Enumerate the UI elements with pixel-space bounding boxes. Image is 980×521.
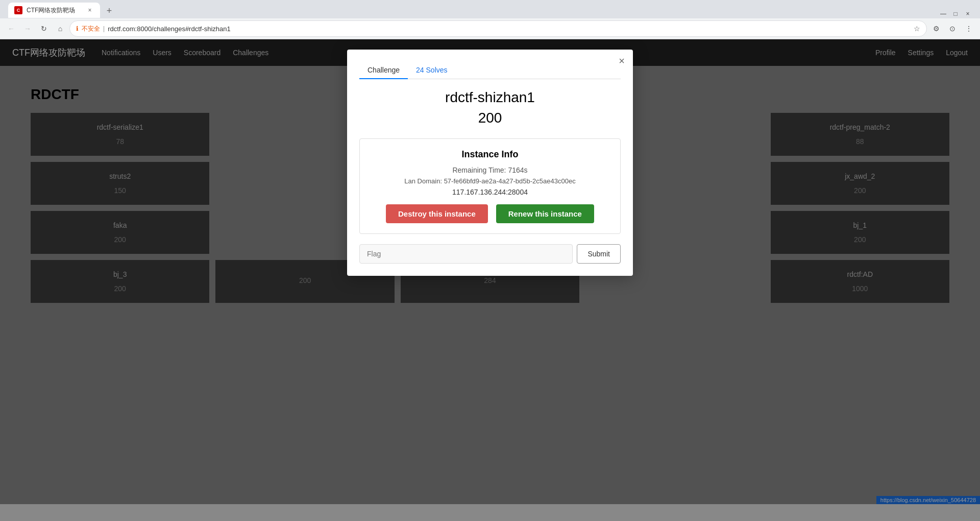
home-button[interactable]: ⌂ — [53, 21, 67, 36]
instance-ip: 117.167.136.244:28004 — [370, 188, 610, 196]
extensions-button[interactable]: ⚙ — [929, 21, 943, 36]
title-bar: C CTF网络攻防靶场 × + — □ × — [0, 0, 980, 18]
profile-button[interactable]: ⊙ — [945, 21, 960, 36]
maximize-button[interactable]: □ — [951, 10, 960, 18]
instance-lan: Lan Domain: 57-fe66bfd9-ae2a-4a27-bd5b-2… — [370, 177, 610, 185]
browser-toolbar: ← → ↻ ⌂ ℹ 不安全 | ☆ ⚙ ⊙ ⋮ — [0, 18, 980, 39]
minimize-button[interactable]: — — [939, 10, 947, 18]
new-tab-button[interactable]: + — [102, 4, 116, 18]
address-bar[interactable]: ℹ 不安全 | ☆ — [69, 20, 927, 37]
tab-close-btn[interactable]: × — [86, 6, 94, 14]
bookmark-icon[interactable]: ☆ — [914, 25, 920, 33]
active-tab[interactable]: C CTF网络攻防靶场 × — [8, 3, 100, 18]
tab-bar: C CTF网络攻防靶场 × + — □ × — [4, 1, 976, 18]
back-button[interactable]: ← — [4, 21, 18, 36]
address-divider: | — [103, 25, 105, 32]
insecure-label: 不安全 — [82, 25, 100, 33]
modal-close-button[interactable]: × — [619, 56, 625, 66]
destroy-instance-button[interactable]: Destroy this instance — [386, 204, 488, 223]
menu-button[interactable]: ⋮ — [962, 21, 976, 36]
challenge-score: 200 — [359, 110, 621, 126]
flag-area: Submit — [359, 244, 621, 264]
toolbar-right: ⚙ ⊙ ⋮ — [929, 21, 976, 36]
tab-challenge[interactable]: Challenge — [359, 62, 408, 79]
modal: × Challenge 24 Solves rdctf-shizhan1 200… — [347, 50, 633, 276]
flag-input[interactable] — [359, 244, 573, 264]
tab-favicon: C — [14, 6, 22, 14]
app-container: CTF网络攻防靶场 Notifications Users Scoreboard… — [0, 39, 980, 504]
modal-tabs: Challenge 24 Solves — [359, 62, 621, 79]
instance-buttons: Destroy this instance Renew this instanc… — [370, 204, 610, 223]
modal-overlay: × Challenge 24 Solves rdctf-shizhan1 200… — [0, 39, 980, 504]
security-icon: ℹ — [76, 25, 79, 32]
tab-title: CTF网络攻防靶场 — [27, 6, 82, 15]
refresh-button[interactable]: ↻ — [37, 21, 51, 36]
instance-info-title: Instance Info — [370, 149, 610, 160]
instance-info-box: Instance Info Remaining Time: 7164s Lan … — [359, 138, 621, 234]
submit-button[interactable]: Submit — [577, 244, 621, 264]
forward-button[interactable]: → — [20, 21, 35, 36]
renew-instance-button[interactable]: Renew this instance — [496, 204, 594, 223]
address-input[interactable] — [108, 25, 911, 33]
tab-solves[interactable]: 24 Solves — [408, 62, 455, 79]
challenge-title: rdctf-shizhan1 — [359, 89, 621, 106]
close-window-button[interactable]: × — [964, 10, 972, 18]
instance-remaining: Remaining Time: 7164s — [370, 166, 610, 174]
browser-chrome: C CTF网络攻防靶场 × + — □ × ← → ↻ ⌂ ℹ 不安全 | ☆ … — [0, 0, 980, 39]
